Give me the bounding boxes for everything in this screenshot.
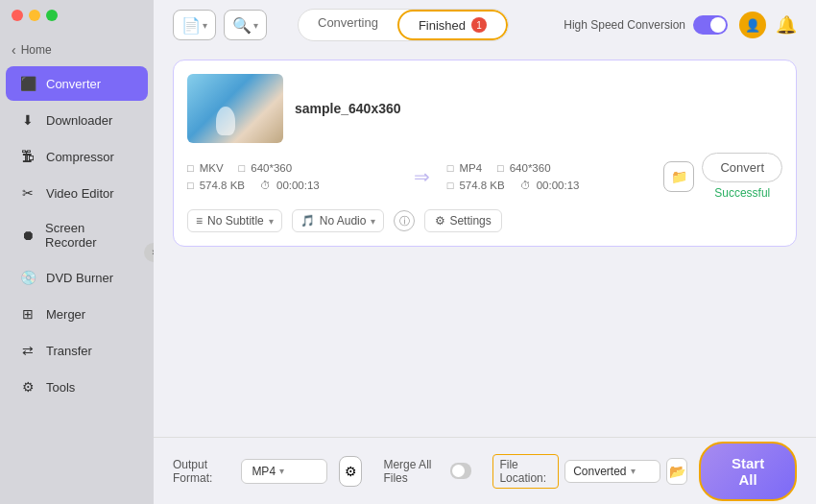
file-options-row: ≡ No Subtitle ▾ 🎵 No Audio ▾ ⓘ ⚙ Setting… bbox=[187, 209, 782, 232]
target-format-row: □ MP4 □ 640*360 bbox=[447, 162, 657, 174]
output-format-label: Output Format: bbox=[173, 458, 229, 485]
tab-finished[interactable]: Finished 1 bbox=[397, 10, 508, 40]
convert-button[interactable]: Convert bbox=[702, 153, 782, 182]
sidebar-item-label: Merger bbox=[46, 307, 85, 322]
video-editor-icon: ✂ bbox=[19, 184, 36, 202]
info-button[interactable]: ⓘ bbox=[394, 210, 415, 231]
topbar: 📄 ▾ 🔍 ▾ Converting Finished 1 High Speed… bbox=[154, 0, 816, 50]
subtitle-chevron-icon: ▾ bbox=[269, 216, 274, 227]
high-speed-toggle[interactable] bbox=[693, 15, 728, 35]
tabs-group: Converting Finished 1 bbox=[298, 9, 509, 41]
high-speed-section: High Speed Conversion bbox=[564, 15, 728, 35]
source-size: 574.8 KB bbox=[200, 180, 245, 191]
settings-gear-icon: ⚙ bbox=[435, 214, 445, 228]
audio-select[interactable]: 🎵 No Audio ▾ bbox=[292, 209, 385, 232]
source-resolution: 640*360 bbox=[251, 162, 292, 174]
home-label: Home bbox=[21, 43, 52, 57]
settings-label: Settings bbox=[449, 214, 491, 228]
close-button[interactable] bbox=[12, 10, 23, 21]
location-select[interactable]: Converted ▾ bbox=[564, 460, 660, 483]
user-avatar[interactable]: 👤 bbox=[739, 12, 766, 38]
output-folder-icon[interactable]: 📁 bbox=[663, 161, 694, 192]
sidebar-item-dvd-burner[interactable]: 💿 DVD Burner bbox=[6, 260, 148, 295]
format-select[interactable]: MP4 ▾ bbox=[241, 459, 327, 484]
target-size: 574.8 KB bbox=[459, 180, 504, 191]
source-size-row: □ 574.8 KB ⏱ 00:00:13 bbox=[187, 180, 396, 191]
minimize-button[interactable] bbox=[29, 10, 40, 21]
target-folder-icon: □ bbox=[447, 180, 454, 191]
source-duration: 00:00:13 bbox=[276, 180, 320, 191]
file-thumbnail bbox=[187, 74, 283, 143]
compressor-icon: 🗜 bbox=[19, 148, 36, 165]
sidebar-item-label: Converter bbox=[46, 77, 101, 91]
sidebar-item-screen-recorder[interactable]: ⏺ Screen Recorder bbox=[6, 212, 148, 258]
add-file-chevron: ▾ bbox=[203, 20, 207, 31]
file-name: sample_640x360 bbox=[295, 101, 401, 116]
target-meta: □ MP4 □ 640*360 □ 574.8 KB ⏱ 00:00:13 bbox=[447, 162, 657, 191]
topbar-icons: 📄 ▾ 🔍 ▾ bbox=[173, 10, 267, 40]
file-card: sample_640x360 □ MKV □ 640*360 □ 574.8 K… bbox=[173, 60, 797, 247]
sidebar: Home ⬛ Converter ⬇ Downloader 🗜 Compress… bbox=[0, 0, 154, 504]
sidebar-item-video-editor[interactable]: ✂ Video Editor bbox=[6, 176, 148, 210]
main-content-area: sample_640x360 □ MKV □ 640*360 □ 574.8 K… bbox=[154, 50, 816, 437]
tab-converting-label: Converting bbox=[318, 15, 378, 30]
target-clock-icon: ⏱ bbox=[520, 180, 531, 191]
target-resolution: 640*360 bbox=[510, 162, 551, 174]
subtitle-label: No Subtitle bbox=[207, 214, 264, 228]
sidebar-item-label: Transfer bbox=[46, 344, 92, 358]
top-right-icons: 👤 🔔 bbox=[739, 12, 797, 38]
notification-bell-icon[interactable]: 🔔 bbox=[776, 14, 797, 36]
audio-icon: 🎵 bbox=[300, 214, 315, 228]
main-content: 📄 ▾ 🔍 ▾ Converting Finished 1 High Speed… bbox=[154, 0, 816, 504]
add-file-icon: 📄 bbox=[181, 16, 201, 35]
success-status: Successful bbox=[714, 186, 770, 200]
source-meta: □ MKV □ 640*360 □ 574.8 KB ⏱ 00:00:13 bbox=[187, 162, 396, 191]
browse-folder-button[interactable]: 📂 bbox=[666, 458, 687, 485]
sidebar-item-merger[interactable]: ⊞ Merger bbox=[6, 297, 148, 331]
add-file-button[interactable]: 📄 ▾ bbox=[173, 10, 216, 40]
file-location-inner-row: File Location: Converted ▾ 📂 bbox=[492, 454, 687, 489]
file-card-header: sample_640x360 bbox=[187, 74, 782, 143]
screen-recorder-icon: ⏺ bbox=[19, 227, 36, 244]
settings-button[interactable]: ⚙ Settings bbox=[424, 209, 501, 232]
sidebar-item-label: Tools bbox=[46, 380, 75, 395]
source-format-row: □ MKV □ 640*360 bbox=[187, 162, 396, 174]
file-location-label: File Location: bbox=[492, 454, 559, 489]
high-speed-label: High Speed Conversion bbox=[564, 18, 685, 32]
traffic-lights bbox=[12, 10, 58, 21]
bottom-bar: Output Format: MP4 ▾ ⚙ Merge All Files F… bbox=[154, 437, 816, 504]
finished-badge: 1 bbox=[471, 17, 487, 33]
converter-icon: ⬛ bbox=[19, 75, 36, 92]
browse-folder-icon: 📂 bbox=[669, 464, 685, 479]
audio-label: No Audio bbox=[320, 214, 367, 228]
location-chevron-icon: ▾ bbox=[631, 466, 636, 476]
target-size-row: □ 574.8 KB ⏱ 00:00:13 bbox=[447, 180, 657, 191]
add-folder-chevron: ▾ bbox=[253, 20, 258, 31]
file-format-icon: □ bbox=[187, 162, 194, 174]
target-format: MP4 bbox=[459, 162, 482, 174]
tools-icon: ⚙ bbox=[19, 378, 36, 396]
file-info-row: □ MKV □ 640*360 □ 574.8 KB ⏱ 00:00:13 ⇒ bbox=[187, 153, 782, 200]
resolution-icon: □ bbox=[239, 162, 246, 174]
home-link[interactable]: Home bbox=[0, 38, 154, 65]
sidebar-item-label: Downloader bbox=[46, 113, 112, 128]
sidebar-item-label: Compressor bbox=[46, 150, 114, 164]
merger-icon: ⊞ bbox=[19, 305, 36, 323]
sidebar-item-compressor[interactable]: 🗜 Compressor bbox=[6, 139, 148, 174]
clock-icon: ⏱ bbox=[260, 180, 271, 191]
sidebar-item-downloader[interactable]: ⬇ Downloader bbox=[6, 103, 148, 137]
sidebar-item-converter[interactable]: ⬛ Converter bbox=[6, 66, 148, 101]
location-value: Converted bbox=[573, 465, 626, 478]
sidebar-item-label: Video Editor bbox=[46, 186, 114, 201]
subtitle-select[interactable]: ≡ No Subtitle ▾ bbox=[187, 209, 282, 232]
tab-converting[interactable]: Converting bbox=[299, 10, 397, 40]
add-folder-button[interactable]: 🔍 ▾ bbox=[224, 10, 267, 40]
sidebar-item-transfer[interactable]: ⇄ Transfer bbox=[6, 333, 148, 368]
format-settings-icon[interactable]: ⚙ bbox=[339, 456, 362, 487]
target-resolution-icon: □ bbox=[497, 162, 504, 174]
maximize-button[interactable] bbox=[46, 10, 58, 21]
thumbnail-figure bbox=[216, 107, 235, 135]
merge-toggle[interactable] bbox=[450, 463, 471, 479]
start-all-button[interactable]: Start All bbox=[699, 442, 797, 501]
sidebar-item-tools[interactable]: ⚙ Tools bbox=[6, 370, 148, 404]
